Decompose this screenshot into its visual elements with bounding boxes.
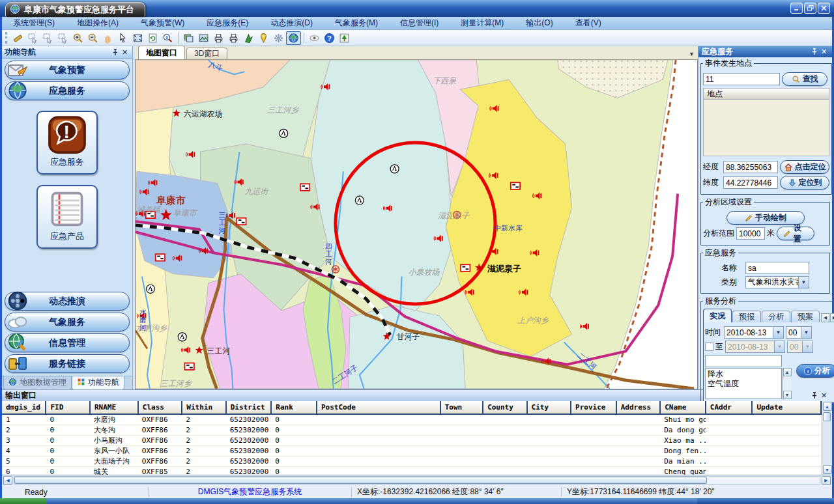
latitude-input[interactable]	[723, 176, 778, 189]
settings-icon[interactable]	[271, 31, 286, 45]
close-panel-icon[interactable]: ✕	[819, 48, 829, 57]
map-canvas[interactable]: 三工河乡下西泉九运街城关镇阜康市小泉牧场滋泥泉子上户沟乡三工河乡水磨沟乡六运湖农…	[135, 60, 698, 389]
column-header[interactable]: Update	[752, 401, 821, 414]
green-arrow-icon[interactable]	[241, 31, 256, 45]
menu-item[interactable]: 查看(V)	[564, 18, 612, 29]
help-icon[interactable]: ?	[322, 31, 337, 45]
column-header[interactable]: Address	[616, 401, 660, 414]
table-row[interactable]: 30小马厩沟OXFF8626523020000Xiao ma ...	[2, 436, 821, 446]
monitor-station-icon[interactable]	[146, 285, 154, 293]
column-header[interactable]: Class	[138, 401, 182, 414]
column-header[interactable]: Rank	[271, 401, 317, 414]
scrollbar-thumb[interactable]	[14, 477, 707, 484]
zoom-in-icon[interactable]	[70, 31, 85, 45]
table-row[interactable]: 60城关OXFF8526523020000Cheng guan	[2, 467, 821, 476]
pointer-icon[interactable]	[115, 31, 130, 45]
element-list-item[interactable]: 降水	[706, 369, 781, 378]
refresh-icon[interactable]	[145, 31, 160, 45]
select-feature-icon[interactable]	[55, 31, 70, 45]
column-header[interactable]: County	[483, 401, 526, 414]
scroll-down-icon[interactable]: ▼	[783, 391, 792, 399]
service-name-input[interactable]	[745, 262, 809, 274]
menu-item[interactable]: 动态推演(D)	[259, 18, 324, 29]
map-tab-3D窗口[interactable]: 3D窗口	[186, 48, 227, 59]
click-locate-button[interactable]: 点击定位	[780, 160, 829, 174]
shortcut-应急产品[interactable]: 应急产品	[36, 185, 98, 249]
analyze-button[interactable]: i 分析	[796, 364, 834, 378]
overview-map-icon[interactable]	[337, 31, 352, 45]
tab-scroll-right-icon[interactable]: ▶	[830, 313, 834, 322]
table-row[interactable]: 10水磨沟OXFF8626523020000Shui mo gou	[2, 414, 821, 425]
analysis-tab-实况[interactable]: 实况	[703, 309, 732, 322]
table-row[interactable]: 40东风一小队OXFF8626523020000Dong fen...	[2, 446, 821, 456]
date-select[interactable]: 2010-08-13▼	[724, 326, 784, 339]
pin-icon[interactable]	[809, 391, 819, 400]
column-header[interactable]: Within	[182, 401, 225, 414]
hour-select[interactable]: 00▼	[786, 326, 812, 339]
menu-item[interactable]: 应急服务(E)	[195, 18, 259, 29]
tab-scroll-left-icon[interactable]: ◀	[821, 313, 829, 322]
chevron-down-icon[interactable]: ▼	[798, 277, 809, 288]
column-header[interactable]: CAddr	[706, 401, 753, 414]
longitude-input[interactable]	[723, 161, 778, 173]
service-type-select[interactable]: 气象和洪水灾害▼	[745, 276, 809, 288]
menu-item[interactable]: 测量计算(M)	[450, 18, 515, 29]
column-header[interactable]: District	[226, 401, 272, 414]
location-search-input[interactable]	[703, 73, 780, 85]
menu-item[interactable]: 气象预警(W)	[130, 18, 195, 29]
scroll-up-icon[interactable]: ▲	[783, 368, 792, 376]
full-extent-icon[interactable]	[130, 31, 145, 45]
scroll-right-icon[interactable]: ▶	[822, 476, 831, 485]
select-rect-icon[interactable]	[25, 31, 40, 45]
column-header[interactable]: CName	[660, 401, 706, 414]
scroll-left-icon[interactable]: ◀	[3, 476, 12, 485]
scroll-down-icon[interactable]: ▼	[823, 465, 832, 474]
close-button[interactable]	[818, 3, 830, 14]
shelter-flag-icon[interactable]	[461, 264, 470, 271]
shortcut-应急服务[interactable]: !应急服务	[36, 111, 98, 175]
zoom-out-icon[interactable]	[85, 31, 100, 45]
close-panel-icon[interactable]: ✕	[120, 48, 130, 57]
analysis-tab-预报[interactable]: 预报	[732, 311, 761, 322]
nav-group-气象服务[interactable]: 气象服务	[5, 313, 130, 331]
menu-item[interactable]: 系统管理(S)	[2, 18, 66, 29]
place-marker-icon[interactable]	[256, 31, 271, 45]
export-map-icon[interactable]	[196, 31, 211, 45]
globe-service-icon[interactable]	[286, 31, 301, 45]
print-preview-icon[interactable]	[226, 31, 241, 45]
column-header[interactable]: PostCode	[317, 401, 440, 414]
location-list-header[interactable]: 地点	[703, 88, 829, 99]
search-button[interactable]: 查找	[782, 72, 827, 86]
analysis-tab-分析[interactable]: 分析	[762, 311, 790, 322]
table-row[interactable]: 20大冬沟OXFF8626523020000Da dong gou	[2, 425, 821, 436]
location-list[interactable]	[703, 99, 829, 156]
toolbar-grip[interactable]	[5, 32, 8, 44]
menu-item[interactable]: 地图操作(A)	[66, 18, 130, 29]
monitor-station-icon[interactable]	[390, 165, 399, 173]
menu-item[interactable]: 信息管理(I)	[389, 18, 450, 29]
start-button-edge[interactable]	[0, 498, 47, 504]
shelter-flag-icon[interactable]	[511, 182, 520, 189]
minimize-button[interactable]	[790, 3, 803, 14]
monitor-station-icon[interactable]	[280, 129, 288, 137]
analysis-range-input[interactable]	[736, 227, 765, 240]
to-checkbox[interactable]	[705, 343, 713, 351]
visibility-icon[interactable]	[307, 31, 322, 45]
close-panel-icon[interactable]: ✕	[819, 391, 829, 400]
set-range-button[interactable]: 设置	[777, 227, 814, 240]
menu-item[interactable]: 气象服务(M)	[324, 18, 389, 29]
scroll-up-icon[interactable]: ▲	[823, 402, 832, 411]
element-combo[interactable]	[705, 355, 782, 367]
window-list-dropdown-icon[interactable]: ▼	[689, 51, 695, 57]
column-header[interactable]: City	[527, 401, 571, 414]
panel-tab-功能导航[interactable]: 功能导航	[72, 376, 124, 390]
select-polygon-icon[interactable]	[40, 31, 55, 45]
vertical-scrollbar[interactable]: ▲ ▼	[822, 401, 832, 475]
nav-group-动态推演[interactable]: 动态推演	[5, 292, 130, 311]
table-row[interactable]: 50大面场子沟OXFF8626523020000Da mian ...	[2, 456, 821, 467]
column-header[interactable]: Town	[440, 401, 483, 414]
ruler-icon[interactable]	[10, 31, 25, 45]
nav-group-应急服务[interactable]: 应急服务	[5, 81, 130, 100]
monitor-station-icon[interactable]	[355, 196, 364, 204]
menu-item[interactable]: 输出(O)	[515, 18, 564, 29]
